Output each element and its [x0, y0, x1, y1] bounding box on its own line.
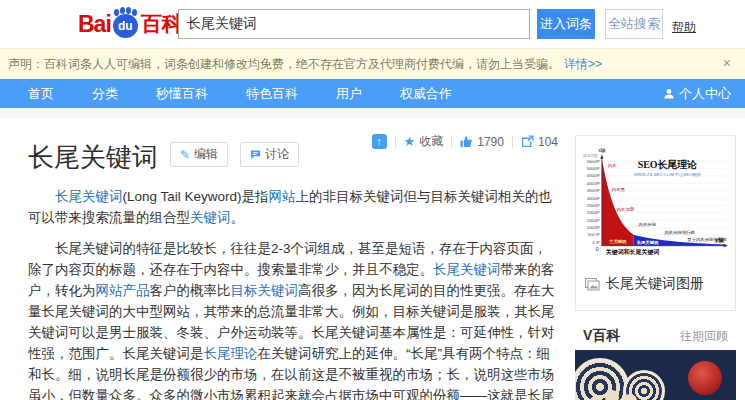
discuss-label: 讨论 — [265, 146, 289, 163]
text-run: 。 — [231, 210, 245, 225]
album-image[interactable]: 5500IP5000IP4500IP4000IP3500IP3000IP2500… — [582, 143, 729, 261]
v-baike-card: V百科 往期回顾 — [575, 322, 736, 400]
picture-icon — [585, 278, 600, 291]
page-title: 长尾关键词 — [28, 144, 158, 170]
close-icon[interactable]: × — [723, 55, 731, 71]
album-caption-row[interactable]: 长尾关键词图册 — [585, 275, 735, 293]
text-run: (Long Tail Keyword)是指 — [123, 189, 269, 204]
baike-page: Bai du 百科 进入词条 全站搜索 帮助 声明：百科词条人人可编辑，词条创建… — [0, 0, 745, 400]
svg-text:3500IP: 3500IP — [587, 188, 600, 193]
v-baike-promo-image[interactable] — [575, 350, 736, 400]
disclaimer-bar: 声明：百科词条人人可编辑，词条创建和修改均免费，绝不存在官方及代理商付费代编，请… — [0, 48, 745, 79]
edit-button[interactable]: ✎ 编辑 — [170, 142, 228, 167]
wave-foam — [605, 390, 619, 400]
svg-text:2500IP: 2500IP — [587, 203, 600, 208]
svg-text:内衣: 内衣 — [608, 163, 617, 168]
svg-text:x轴: x轴 — [598, 147, 605, 154]
discuss-button[interactable]: 讨论 — [240, 142, 299, 167]
nav-item-4[interactable]: 特色百科 — [246, 85, 298, 103]
svg-text:2000IP: 2000IP — [587, 210, 600, 215]
user-center-label: 个人中心 — [679, 85, 731, 103]
inline-link[interactable]: 长尾关键词 — [433, 262, 501, 277]
nav-item-1[interactable]: 首页 — [28, 85, 54, 103]
disclaimer-detail-link[interactable]: 详情>> — [564, 56, 602, 73]
nav-items: 首页分类秒懂百科特色百科用户权威合作 — [0, 85, 452, 103]
help-link[interactable]: 帮助 — [672, 19, 696, 36]
svg-text:3000IP: 3000IP — [587, 196, 600, 201]
svg-text:0 IP: 0 IP — [592, 240, 600, 245]
paragraph: 长尾关键词(Long Tail Keyword)是指网站上的非目标关键词但与目标… — [28, 186, 558, 228]
nav-item-6[interactable]: 权威合作 — [400, 85, 452, 103]
inline-link[interactable]: 目标关键词 — [231, 283, 299, 298]
svg-text:搜索指数: 搜索指数 — [583, 153, 598, 158]
logo-text-du: du — [113, 19, 138, 33]
pencil-icon: ✎ — [180, 148, 190, 162]
svg-text:4500IP: 4500IP — [587, 173, 600, 178]
nav-item-2[interactable]: 分类 — [92, 85, 118, 103]
seo-longtail-chart: 5500IP5000IP4500IP4000IP3500IP3000IP2500… — [582, 143, 729, 265]
logo-text-baike: 百科 — [141, 10, 183, 38]
inline-link[interactable]: 网站 — [269, 189, 296, 204]
paragraph: 长尾关键词的特征是比较长，往往是2-3个词组成，甚至是短语，存在于内容页面，除了… — [28, 238, 558, 400]
page-background-strip — [0, 108, 745, 118]
inline-link[interactable]: 网站产品 — [96, 283, 150, 298]
svg-text:1500IP: 1500IP — [587, 218, 600, 223]
disclaimer-text: 声明：百科词条人人可编辑，词条创建和修改均免费，绝不存在官方及代理商付费代编，请… — [8, 56, 560, 73]
past-review-link[interactable]: 往期回顾 — [680, 328, 728, 345]
nav-item-3[interactable]: 秒懂百科 — [156, 85, 208, 103]
inline-link[interactable]: 长尾理论 — [204, 346, 258, 361]
svg-text:0: 0 — [596, 246, 599, 252]
baidu-paw-icon: du — [113, 14, 138, 38]
person-icon — [663, 88, 675, 100]
svg-text:500 IP: 500 IP — [588, 232, 600, 237]
v-baike-header: V百科 往期回顾 — [575, 322, 736, 350]
svg-text:内衣加盟: 内衣加盟 — [617, 207, 635, 212]
top-header: Bai du 百科 进入词条 全站搜索 帮助 — [0, 0, 745, 48]
article-main: 长尾关键词 ✎ 编辑 讨论 长尾关键词(Long Tail Keyword)是指… — [28, 134, 558, 400]
svg-text:1000IP: 1000IP — [587, 225, 600, 230]
wave-illustration — [575, 358, 629, 400]
svg-text:5000IP: 5000IP — [587, 166, 600, 171]
svg-text:关键词和长尾关键词: 关键词和长尾关键词 — [606, 248, 660, 256]
inline-link[interactable]: 长尾关键词 — [55, 189, 123, 204]
title-row: 长尾关键词 ✎ 编辑 讨论 — [28, 144, 558, 170]
main-nav: 首页分类秒懂百科特色百科用户权威合作 个人中心 — [0, 79, 745, 108]
wave-illustration — [623, 370, 665, 400]
text-run: 客户的概率比 — [150, 283, 231, 298]
svg-text:y轴: y轴 — [715, 237, 724, 244]
enter-entry-button[interactable]: 进入词条 — [537, 9, 595, 39]
red-sun-illustration — [688, 361, 722, 395]
v-baike-title: V百科 — [583, 327, 620, 345]
content-area: ↑ ★ 收藏 1790 104 — [0, 118, 745, 400]
user-center-button[interactable]: 个人中心 — [663, 85, 731, 103]
album-card: 5500IP5000IP4500IP4000IP3500IP3000IP2500… — [575, 135, 736, 311]
svg-text:内衣品牌: 内衣品牌 — [639, 222, 657, 227]
logo-text-bai: Bai — [78, 11, 111, 38]
svg-text:内衣品牌排行榜: 内衣品牌排行榜 — [664, 230, 695, 235]
article-paragraphs: 长尾关键词(Long Tail Keyword)是指网站上的非目标关键词但与目标… — [28, 186, 558, 400]
baidu-baike-logo[interactable]: Bai du 百科 — [78, 10, 183, 38]
site-search-button[interactable]: 全站搜索 — [605, 9, 663, 39]
svg-text:4000IP: 4000IP — [587, 181, 600, 186]
svg-text:5500IP: 5500IP — [587, 159, 600, 164]
album-caption: 长尾关键词图册 — [606, 275, 704, 293]
inline-link[interactable]: 关键词 — [190, 210, 231, 225]
nav-item-5[interactable]: 用户 — [336, 85, 362, 103]
edit-label: 编辑 — [194, 146, 218, 163]
speech-bubble-icon — [250, 149, 261, 160]
search-input[interactable] — [178, 9, 530, 39]
svg-text:SEO长尾理论: SEO长尾理论 — [638, 159, 698, 170]
